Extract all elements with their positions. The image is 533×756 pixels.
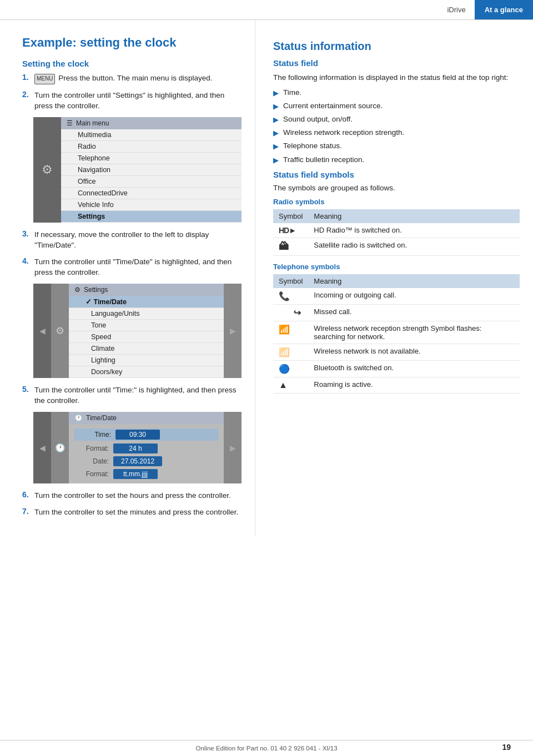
td-row-date: Date: 27.05.2012 xyxy=(74,456,218,466)
step-4-text: Turn the controller until "Time/Date" is… xyxy=(34,256,242,278)
td-label-time: Time: xyxy=(77,431,115,439)
tel-symbol-missed: ↩ xyxy=(273,305,306,321)
td-header-icon: 🕐 xyxy=(74,414,83,422)
settings-row-climate: Climate xyxy=(69,343,224,355)
bullet-arrow-5: ▶ xyxy=(273,142,279,152)
tel-symbol-signal-strong: 📶 xyxy=(273,321,308,344)
td-value-format1: 24 h xyxy=(113,443,158,453)
tel-meaning-bluetooth: Bluetooth is switched on. xyxy=(308,360,520,377)
status-item-time: Time. xyxy=(283,88,301,98)
td-header: 🕐 Time/Date xyxy=(69,412,224,424)
settings-row-language: Language/Units xyxy=(69,308,224,320)
radio-meaning-satellite: Satellite radio is switched on. xyxy=(308,238,520,255)
tel-table-header-symbol: Symbol xyxy=(273,274,308,288)
tel-table-header-meaning: Meaning xyxy=(308,274,520,288)
td-label-format1: Format: xyxy=(74,445,113,452)
settings-row-tone: Tone xyxy=(69,320,224,331)
tel-row-bluetooth: 🔵 Bluetooth is switched on. xyxy=(273,360,520,377)
footer-text: Online Edition for Part no. 01 40 2 926 … xyxy=(195,745,337,752)
td-value-time: 09:30 xyxy=(115,430,160,440)
settings-header: ⚙ Settings xyxy=(69,284,224,296)
step-7-number: 7. xyxy=(22,507,34,516)
tel-row-call: 📞 Incoming or outgoing call. xyxy=(273,288,520,305)
tel-row-roaming: ▲ Roaming is active. xyxy=(273,377,520,393)
radio-symbols-table: Symbol Meaning HD► HD Radio™ is switched… xyxy=(273,209,520,256)
setting-clock-title: Setting the clock xyxy=(22,59,242,68)
td-row-format2: Format: tt.mm.jjjj xyxy=(74,469,218,479)
td-icon: 🕐 xyxy=(51,412,69,483)
radio-table-row-satellite: 🏔 Satellite radio is switched on. xyxy=(273,238,520,255)
page-footer: Online Edition for Part no. 01 40 2 926 … xyxy=(0,740,533,756)
telephone-symbols-table: Symbol Meaning 📞 Incoming or outgoing ca… xyxy=(273,274,520,394)
status-list-item-time: ▶ Time. xyxy=(273,88,520,98)
settings-right-icon: ▶ xyxy=(224,284,242,378)
menu-row-connecteddrive: ConnectedDrive xyxy=(61,188,242,199)
page-number: 19 xyxy=(502,743,511,752)
menu-row-telephone: Telephone xyxy=(61,153,242,164)
settings-header-title: Settings xyxy=(84,286,108,294)
step-4: 4. Turn the controller until "Time/Date"… xyxy=(22,256,242,278)
td-body: Time: 09:30 Format: 24 h Date: 27.05.201… xyxy=(69,424,224,483)
status-item-traffic: Traffic bulletin reception. xyxy=(283,155,364,165)
step-5-text: Turn the controller until "Time:" is hig… xyxy=(34,385,242,406)
step-2: 2. Turn the controller until "Settings" … xyxy=(22,90,242,112)
status-field-symbols-desc: The symbols are grouped as follows. xyxy=(273,184,520,192)
header-idrive: iDrive xyxy=(438,0,474,19)
step-1: 1. MENU Press the button. The main menu … xyxy=(22,73,242,84)
td-arrow-left: ◀ xyxy=(33,412,51,483)
tel-symbol-call: 📞 xyxy=(273,288,308,305)
tel-meaning-call: Incoming or outgoing call. xyxy=(308,288,520,305)
timedate-mockup: ◀ 🕐 🕐 Time/Date Time: 09:30 Format: 24 h xyxy=(33,412,242,483)
status-item-entertainment: Current entertainment source. xyxy=(283,101,383,112)
radio-table-row-hd: HD► HD Radio™ is switched on. xyxy=(273,223,520,238)
settings-header-icon: ⚙ xyxy=(74,286,81,294)
step-5-number: 5. xyxy=(22,385,34,394)
radio-table-header-symbol: Symbol xyxy=(273,209,308,223)
status-list-item-wireless: ▶ Wireless network reception strength. xyxy=(273,128,520,138)
radio-meaning-hd: HD Radio™ is switched on. xyxy=(308,223,520,238)
menu-row-settings: Settings xyxy=(61,211,242,223)
settings-row-lighting: Lighting xyxy=(69,355,224,366)
tel-row-signal-none: 📶 Wireless network is not available. xyxy=(273,344,520,360)
step-1-text: MENU Press the button. The main menu is … xyxy=(34,73,213,84)
status-list-item-entertainment: ▶ Current entertainment source. xyxy=(273,101,520,112)
menu-row-office: Office xyxy=(61,176,242,188)
tel-symbol-bluetooth: 🔵 xyxy=(273,360,308,377)
tel-row-missed: ↩ Missed call. xyxy=(273,304,520,321)
timedate-screen: 🕐 Time/Date Time: 09:30 Format: 24 h Dat… xyxy=(69,412,224,483)
status-field-list: ▶ Time. ▶ Current entertainment source. … xyxy=(273,88,520,165)
bullet-arrow-1: ▶ xyxy=(273,88,279,98)
bullet-arrow-2: ▶ xyxy=(273,102,279,112)
td-arrow-right: ▶ xyxy=(224,412,242,483)
step-3-text: If necessary, move the controller to the… xyxy=(34,229,242,251)
tel-meaning-roaming: Roaming is active. xyxy=(308,377,520,393)
radio-symbol-hd: HD► xyxy=(273,223,308,238)
menu-row-navigation: Navigation xyxy=(61,164,242,176)
step-3-number: 3. xyxy=(22,229,34,238)
tel-symbol-signal-none: 📶 xyxy=(273,344,308,360)
step-2-text: Turn the controller until "Settings" is … xyxy=(34,90,242,112)
radio-table-header-meaning: Meaning xyxy=(308,209,520,223)
settings-arrow-icon: ◀ xyxy=(33,284,51,378)
td-header-title: Time/Date xyxy=(86,414,117,422)
radio-symbol-satellite: 🏔 xyxy=(273,238,308,255)
menu-row-radio: Radio xyxy=(61,141,242,153)
settings-row-timedate: ✓ Time/Date xyxy=(69,296,224,308)
tel-row-signal-strong: 📶 Wireless network reception strength Sy… xyxy=(273,321,520,344)
step-6-text: Turn the controller to set the hours and… xyxy=(34,490,231,501)
left-column: Example: setting the clock Setting the c… xyxy=(0,20,255,536)
status-item-wireless: Wireless network reception strength. xyxy=(283,128,404,138)
main-menu-icon: ☰ xyxy=(67,119,73,127)
status-item-telephone: Telephone status. xyxy=(283,141,342,152)
status-field-title: Status field xyxy=(273,58,520,68)
step-1-number: 1. xyxy=(22,73,34,82)
settings-row-speed: Speed xyxy=(69,331,224,343)
main-content: Example: setting the clock Setting the c… xyxy=(0,20,533,536)
td-value-date: 27.05.2012 xyxy=(113,456,162,466)
td-row-time: Time: 09:30 xyxy=(74,429,218,441)
status-list-item-traffic: ▶ Traffic bulletin reception. xyxy=(273,155,520,165)
step-3: 3. If necessary, move the controller to … xyxy=(22,229,242,251)
td-label-format2: Format: xyxy=(74,470,113,478)
menu-row-multimedia: Multimedia xyxy=(61,129,242,141)
status-info-title: Status information xyxy=(273,40,520,53)
